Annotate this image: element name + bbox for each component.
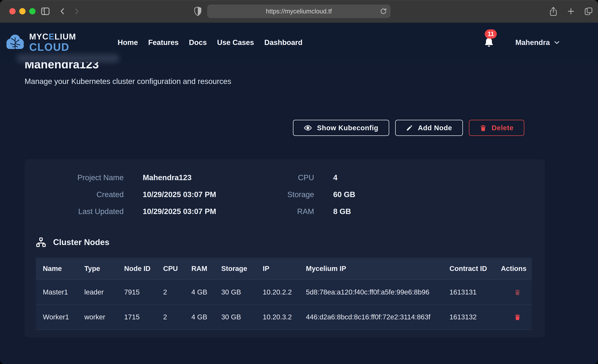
table-header-row: Name Type Node ID CPU RAM Storage IP Myc…	[36, 258, 532, 280]
share-icon[interactable]	[548, 6, 559, 17]
add-node-button[interactable]: Add Node	[395, 120, 463, 136]
close-window-button[interactable]	[9, 8, 16, 14]
cell-contract-id: 1613131	[442, 280, 494, 305]
cpu-label: CPU	[257, 172, 314, 183]
brand-line1-pre: MYC	[29, 32, 49, 41]
reload-icon[interactable]	[380, 8, 387, 15]
chevron-down-icon	[554, 41, 560, 44]
mycelium-cloud-logo-icon	[5, 32, 25, 53]
show-kubeconfig-label: Show Kubeconfig	[317, 124, 378, 132]
cell-cpu: 2	[156, 280, 184, 305]
col-contract-id: Contract ID	[442, 258, 494, 280]
cell-name: Worker1	[36, 305, 77, 330]
delete-label: Delete	[492, 124, 514, 132]
browser-titlebar: https://myceliumcloud.tf	[0, 0, 598, 23]
new-tab-icon[interactable]	[566, 6, 576, 17]
created-value: 10/29/2025 03:07 PM	[143, 189, 216, 200]
table-row: Worker1 worker 1715 2 4 GB 30 GB 10.20.3…	[36, 305, 532, 330]
nav-item-use-cases[interactable]: Use Cases	[217, 38, 254, 47]
cell-ram: 4 GB	[184, 280, 214, 305]
trash-icon	[514, 289, 521, 296]
nav-item-dashboard[interactable]: Dashboard	[264, 38, 303, 47]
cpu-value: 4	[333, 172, 355, 183]
last-updated-value: 10/29/2025 03:07 PM	[143, 206, 216, 217]
trash-icon	[514, 314, 521, 320]
brand-name: MYCELIUM CLOUD	[29, 33, 76, 52]
project-name-value: Mahendra123	[143, 172, 216, 183]
nav-item-home[interactable]: Home	[118, 38, 138, 47]
cell-ram: 4 GB	[184, 305, 214, 330]
cluster-nodes-heading: Cluster Nodes	[36, 237, 532, 247]
traffic-lights	[9, 8, 35, 14]
browser-window: https://myceliumcloud.tf	[0, 0, 598, 364]
ram-value: 8 GB	[333, 206, 355, 217]
col-name: Name	[36, 258, 77, 280]
storage-label: Storage	[257, 189, 314, 200]
cluster-nodes-table: Name Type Node ID CPU RAM Storage IP Myc…	[36, 258, 532, 330]
col-mycelium-ip: Mycelium IP	[299, 258, 442, 280]
ram-label: RAM	[257, 206, 314, 217]
table-row: Master1 leader 7915 2 4 GB 30 GB 10.20.2…	[36, 280, 532, 305]
delete-node-button[interactable]	[501, 289, 521, 296]
cell-mycelium-ip: 5d8:78ea:a120:f40c:ff0f:a5fe:99e6:8b96	[299, 280, 442, 305]
cluster-info-left: Project Name Mahendra123 Created 10/29/2…	[36, 172, 216, 217]
add-node-label: Add Node	[418, 124, 452, 132]
last-updated-label: Last Updated	[36, 206, 124, 217]
user-menu[interactable]: Mahendra	[515, 38, 560, 47]
cell-node-id: 1715	[117, 305, 156, 330]
cell-cpu: 2	[156, 305, 184, 330]
col-ip: IP	[256, 258, 299, 280]
pencil-icon	[406, 124, 413, 131]
url-text: https://myceliumcloud.tf	[266, 8, 332, 15]
nav-links: Home Features Docs Use Cases Dashboard	[118, 38, 303, 47]
zoom-window-button[interactable]	[29, 8, 35, 14]
cluster-actions-row: Show Kubeconfig Add Node Delete	[25, 120, 524, 136]
minimize-window-button[interactable]	[19, 8, 25, 14]
network-hierarchy-icon	[36, 237, 46, 247]
cell-storage: 30 GB	[214, 280, 256, 305]
show-kubeconfig-button[interactable]: Show Kubeconfig	[293, 120, 389, 136]
col-cpu: CPU	[156, 258, 184, 280]
col-node-id: Node ID	[117, 258, 156, 280]
cluster-info-right: CPU 4 Storage 60 GB RAM 8 GB	[257, 172, 355, 217]
eye-icon	[304, 124, 312, 132]
created-label: Created	[36, 189, 124, 200]
cluster-page: Mahendra123 Manage your Kubernetes clust…	[0, 58, 598, 337]
brand[interactable]: MYCELIUM CLOUD	[5, 32, 76, 53]
cell-contract-id: 1613132	[442, 305, 494, 330]
nav-item-features[interactable]: Features	[148, 38, 179, 47]
cell-type: worker	[77, 305, 117, 330]
sidebar-toggle-icon[interactable]	[40, 6, 51, 17]
cluster-info: Project Name Mahendra123 Created 10/29/2…	[36, 172, 532, 217]
brand-line2: CLOUD	[29, 42, 76, 52]
cluster-details-panel: Project Name Mahendra123 Created 10/29/2…	[25, 159, 545, 337]
titlebar-right-icons	[548, 6, 594, 17]
privacy-shield-icon[interactable]	[192, 6, 203, 17]
user-name: Mahendra	[515, 38, 550, 47]
delete-cluster-button[interactable]: Delete	[469, 120, 524, 136]
cell-name: Master1	[36, 280, 77, 305]
col-actions: Actions	[494, 258, 532, 280]
storage-value: 60 GB	[333, 189, 355, 200]
col-type: Type	[77, 258, 117, 280]
cell-ip: 10.20.2.2	[256, 280, 299, 305]
notifications-button[interactable]: 11	[484, 37, 494, 48]
cell-type: leader	[77, 280, 117, 305]
notification-badge: 11	[485, 29, 497, 39]
address-bar[interactable]: https://myceliumcloud.tf	[207, 4, 390, 18]
col-storage: Storage	[214, 258, 256, 280]
page-subtitle: Manage your Kubernetes cluster configura…	[25, 77, 573, 86]
forward-icon[interactable]	[72, 7, 81, 16]
col-ram: RAM	[184, 258, 214, 280]
brand-line1-post: LIUM	[54, 32, 76, 41]
cell-mycelium-ip: 446:d2a6:8bcd:8c16:ff0f:72e2:3114:863f	[299, 305, 442, 330]
cluster-nodes-title: Cluster Nodes	[53, 237, 109, 247]
project-name-label: Project Name	[36, 172, 124, 183]
delete-node-button[interactable]	[501, 314, 521, 320]
back-icon[interactable]	[58, 7, 67, 16]
cell-node-id: 7915	[117, 280, 156, 305]
tab-overview-icon[interactable]	[583, 6, 594, 17]
cell-storage: 30 GB	[214, 305, 256, 330]
brand-letter-e: E	[49, 32, 54, 41]
nav-item-docs[interactable]: Docs	[189, 38, 207, 47]
